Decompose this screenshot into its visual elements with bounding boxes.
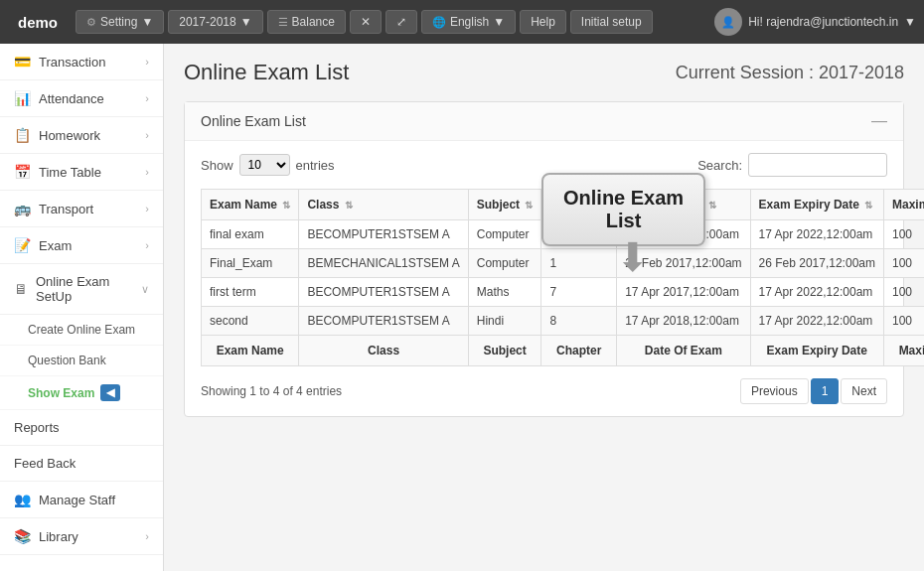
sidebar-item-exam[interactable]: 📝 Exam › [0, 227, 163, 264]
library-icon: 📚 [14, 528, 31, 544]
next-button[interactable]: Next [841, 378, 887, 404]
footer-subject: Subject [468, 336, 541, 366]
manage-staff-icon: 👥 [14, 492, 31, 507]
cell-chapter: 8 [541, 307, 617, 336]
cell-chapter: 1 [541, 249, 617, 278]
col-exam-name[interactable]: Exam Name ⇅ [202, 190, 299, 220]
balance-icon: ☰ [278, 16, 288, 29]
sidebar-item-question-bank[interactable]: Question Bank [0, 346, 163, 376]
cell-expiry_date: 17 Apr 2022,12:00am [750, 278, 883, 307]
footer-chapter: Chapter [541, 336, 617, 366]
cell-max_marks: 100 [883, 249, 924, 278]
cell-chapter: 7 [541, 278, 617, 307]
pagination: Previous 1 Next [740, 378, 887, 404]
col-max-marks[interactable]: Maximum Marks ⇅ [883, 190, 924, 220]
entries-info: Showing 1 to 4 of 4 entries [201, 384, 342, 398]
cell-expiry_date: 26 Feb 2017,12:00am [750, 249, 883, 278]
main-content: Online Exam List Current Session : 2017-… [164, 44, 924, 571]
chevron-down-icon: ∨ [141, 283, 149, 296]
col-subject[interactable]: Subject ⇅ [468, 190, 541, 220]
chevron-right-icon: › [145, 166, 149, 178]
cell-max_marks: 100 [883, 278, 924, 307]
attendance-icon: 📊 [14, 90, 31, 106]
search-input[interactable] [748, 153, 887, 177]
initial-setup-button[interactable]: Initial setup [570, 10, 653, 34]
page-header: Online Exam List Current Session : 2017-… [184, 60, 904, 85]
card-header: Online Exam List — [185, 102, 903, 141]
setting-button[interactable]: ⚙ Setting ▼ [76, 10, 164, 34]
cell-max_marks: 100 [883, 220, 924, 249]
brand-logo: demo [8, 10, 68, 35]
homework-icon: 📋 [14, 127, 31, 143]
sidebar-item-show-exam[interactable]: Show Exam ◀ [0, 376, 163, 410]
online-exam-list-card: Online Exam List — Show 10 25 50 100 ent… [184, 101, 904, 417]
cell-expiry_date: 17 Apr 2022,12:00am [750, 307, 883, 336]
chevron-right-icon: › [145, 56, 149, 68]
timetable-icon: 📅 [14, 164, 31, 180]
sidebar-item-transport[interactable]: 🚌 Transport › [0, 191, 163, 227]
expand-button[interactable]: ⤢ [385, 10, 417, 34]
sidebar-item-library[interactable]: 📚 Library › [0, 518, 163, 555]
sidebar-item-create-online-exam[interactable]: Create Online Exam [0, 315, 163, 346]
sidebar-item-attendance[interactable]: 📊 Attendance › [0, 80, 163, 117]
tooltip-arrow-icon: ⬇ [616, 237, 650, 277]
avatar: 👤 [714, 8, 742, 36]
cell-subject: Computer [468, 249, 541, 278]
footer-expiry-date: Exam Expiry Date [750, 336, 883, 366]
entries-label: entries [296, 158, 335, 173]
cell-class: BECOMPUTER1STSEM A [299, 307, 468, 336]
sidebar: 💳 Transaction › 📊 Attendance › 📋 Homewor… [0, 44, 164, 571]
balance-button[interactable]: ☰ Balance [267, 10, 346, 34]
table-row: first termBECOMPUTER1STSEM AMaths717 Apr… [202, 278, 925, 307]
sidebar-item-online-exam-setup[interactable]: 🖥 Online Exam SetUp ∨ [0, 264, 163, 315]
cell-expiry_date: 17 Apr 2022,12:00am [750, 220, 883, 249]
cell-class: BECOMPUTER1STSEM A [299, 220, 468, 249]
show-entries-control: Show 10 25 50 100 entries [201, 154, 335, 176]
sidebar-item-feedback[interactable]: Feed Back [0, 446, 163, 482]
footer-class: Class [299, 336, 468, 366]
cell-date_of_exam: 17 Apr 2017,12:00am [617, 278, 750, 307]
cell-exam_name: Final_Exam [202, 249, 299, 278]
user-info: 👤 Hi! rajendra@junctiontech.in ▼ [714, 8, 916, 36]
exam-icon: 📝 [14, 237, 31, 253]
sidebar-item-timetable[interactable]: 📅 Time Table › [0, 154, 163, 191]
cell-exam_name: final exam [202, 220, 299, 249]
previous-button[interactable]: Previous [740, 378, 809, 404]
search-box: Search: [697, 153, 887, 177]
session-button[interactable]: 2017-2018 ▼ [168, 10, 262, 34]
page-1-button[interactable]: 1 [811, 378, 840, 404]
cell-max_marks: 100 [883, 307, 924, 336]
cell-date_of_exam: 17 Apr 2018,12:00am [617, 307, 750, 336]
chevron-right-icon: › [145, 530, 149, 542]
footer-date-of-exam: Date Of Exam [617, 336, 750, 366]
online-exam-submenu: Create Online Exam Question Bank Show Ex… [0, 315, 163, 410]
chevron-right-icon: › [145, 239, 149, 251]
cell-subject: Computer [468, 220, 541, 249]
collapse-button[interactable]: — [871, 112, 887, 130]
cell-class: BECOMPUTER1STSEM A [299, 278, 468, 307]
footer-exam-name: Exam Name [202, 336, 299, 366]
footer-max-marks: Maximum Marks [883, 336, 924, 366]
online-exam-icon: 🖥 [14, 281, 28, 297]
help-button[interactable]: Help [520, 10, 566, 34]
search-label: Search: [697, 158, 742, 173]
col-expiry-date[interactable]: Exam Expiry Date ⇅ [750, 190, 883, 220]
card-title: Online Exam List [201, 113, 306, 129]
sidebar-item-manage-staff[interactable]: 👥 Manage Staff [0, 482, 163, 518]
sidebar-item-homework[interactable]: 📋 Homework › [0, 117, 163, 154]
sidebar-item-reports[interactable]: Reports [0, 410, 163, 446]
english-button[interactable]: 🌐 English ▼ [421, 10, 516, 34]
close-button[interactable]: ✕ [350, 10, 382, 34]
sidebar-item-transaction[interactable]: 💳 Transaction › [0, 44, 163, 80]
top-navigation: demo ⚙ Setting ▼ 2017-2018 ▼ ☰ Balance ✕… [0, 0, 924, 44]
table-footer-row: Exam Name Class Subject Chapter Date Of … [202, 336, 925, 366]
col-class[interactable]: Class ⇅ [299, 190, 468, 220]
chevron-right-icon: › [145, 92, 149, 104]
entries-select[interactable]: 10 25 50 100 [239, 154, 290, 176]
cell-class: BEMECHANICAL1STSEM A [299, 249, 468, 278]
cell-exam_name: first term [202, 278, 299, 307]
cell-subject: Hindi [468, 307, 541, 336]
setting-icon: ⚙ [86, 16, 96, 29]
arrow-badge: ◀ [100, 384, 120, 401]
page-title: Online Exam List [184, 60, 349, 85]
